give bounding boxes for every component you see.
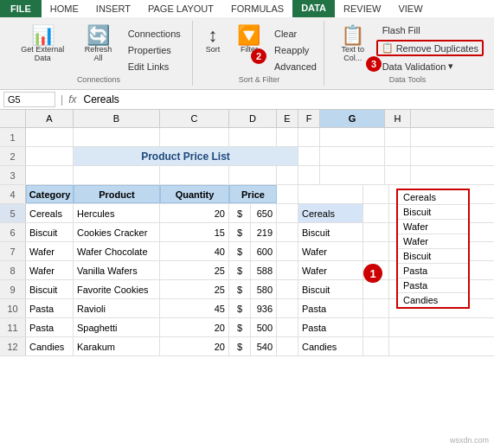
cell-a7[interactable]: Wafer xyxy=(26,242,74,260)
cell-e12[interactable]: 540 xyxy=(251,337,277,355)
cell-e7[interactable]: 600 xyxy=(251,242,277,260)
cell-a10[interactable]: Pasta xyxy=(26,299,74,317)
cell-e1[interactable] xyxy=(277,128,298,146)
cell-g10[interactable]: Pasta xyxy=(298,299,363,317)
cell-d1[interactable] xyxy=(229,128,277,146)
cell-g12[interactable]: Candies xyxy=(298,337,363,355)
cell-f7[interactable] xyxy=(277,242,298,260)
cell-d5[interactable]: $ xyxy=(229,204,251,222)
flash-fill-button[interactable]: Flash Fill xyxy=(376,22,484,38)
cell-b8[interactable]: Vanilla Wafers xyxy=(74,261,160,279)
cell-d6[interactable]: $ xyxy=(229,223,251,241)
cell-b12[interactable]: Karakum xyxy=(74,337,160,355)
cell-h7[interactable] xyxy=(363,242,389,260)
tab-home[interactable]: HOME xyxy=(42,0,87,17)
data-validation-button[interactable]: Data Validation ▾ xyxy=(376,58,484,74)
cell-c11[interactable]: 20 xyxy=(160,318,229,336)
cell-f10[interactable] xyxy=(277,299,298,317)
tab-review[interactable]: REVIEW xyxy=(335,0,389,17)
cell-e9[interactable]: 580 xyxy=(251,280,277,298)
cell-g5[interactable]: Cereals xyxy=(298,204,363,222)
tab-page-layout[interactable]: PAGE LAYOUT xyxy=(139,0,222,17)
cell-g6[interactable]: Biscuit xyxy=(298,223,363,241)
cell-g8[interactable]: Wafer xyxy=(298,261,363,279)
cell-h5[interactable] xyxy=(363,204,389,222)
cell-a3[interactable] xyxy=(26,166,74,184)
data-val-dropdown-icon[interactable]: ▾ xyxy=(448,61,453,72)
side-panel-item-5[interactable]: Pasta xyxy=(398,264,468,278)
cell-g3[interactable] xyxy=(320,166,385,184)
header-product[interactable]: Product xyxy=(74,185,160,203)
header-category[interactable]: Category xyxy=(26,185,74,203)
clear-button[interactable]: Clear xyxy=(268,26,323,42)
tab-view[interactable]: VIEW xyxy=(389,0,431,17)
cell-g9[interactable]: Biscuit xyxy=(298,280,363,298)
cell-d12[interactable]: $ xyxy=(229,337,251,355)
cell-h3[interactable] xyxy=(385,166,411,184)
cell-h11[interactable] xyxy=(363,318,389,336)
cell-f2[interactable] xyxy=(298,147,320,165)
cell-e6[interactable]: 219 xyxy=(251,223,277,241)
cell-a1[interactable] xyxy=(26,128,74,146)
cell-c5[interactable]: 20 xyxy=(160,204,229,222)
col-header-e[interactable]: E xyxy=(277,110,298,127)
col-header-b[interactable]: B xyxy=(74,110,160,127)
cell-f6[interactable] xyxy=(277,223,298,241)
formula-input[interactable] xyxy=(83,93,491,106)
cell-f8[interactable] xyxy=(277,261,298,279)
cell-b11[interactable]: Spaghetti xyxy=(74,318,160,336)
cell-c8[interactable]: 25 xyxy=(160,261,229,279)
cell-c9[interactable]: 25 xyxy=(160,280,229,298)
cell-b6[interactable]: Cookies Cracker xyxy=(74,223,160,241)
cell-g1[interactable] xyxy=(320,128,385,146)
sort-button[interactable]: ↕️ Sort xyxy=(196,22,230,57)
cell-h1[interactable] xyxy=(385,128,411,146)
cell-h10[interactable] xyxy=(363,299,389,317)
cell-a12[interactable]: Candies xyxy=(26,337,74,355)
cell-d8[interactable]: $ xyxy=(229,261,251,279)
side-panel-item-7[interactable]: Candies xyxy=(398,293,468,307)
cell-b3[interactable] xyxy=(74,166,160,184)
side-panel-item-3[interactable]: Wafer xyxy=(398,234,468,249)
cell-h4[interactable] xyxy=(363,185,389,203)
cell-g11[interactable]: Pasta xyxy=(298,318,363,336)
cell-h2[interactable] xyxy=(385,147,411,165)
cell-a6[interactable]: Biscuit xyxy=(26,223,74,241)
col-header-h[interactable]: H xyxy=(385,110,411,127)
col-header-d[interactable]: D xyxy=(229,110,277,127)
connections-btn[interactable]: Connections xyxy=(122,26,187,42)
cell-b7[interactable]: Wafer Chocolate xyxy=(74,242,160,260)
edit-links-btn[interactable]: Edit Links xyxy=(122,59,187,74)
cell-e10[interactable]: 936 xyxy=(251,299,277,317)
remove-duplicates-button[interactable]: 📋 Remove Duplicates xyxy=(376,40,484,56)
header-quantity[interactable]: Quantity xyxy=(160,185,229,203)
cell-h12[interactable] xyxy=(363,337,389,355)
cell-c7[interactable]: 40 xyxy=(160,242,229,260)
cell-e5[interactable]: 650 xyxy=(251,204,277,222)
properties-btn[interactable]: Properties xyxy=(122,42,187,58)
side-panel-item-6[interactable]: Pasta xyxy=(398,278,468,293)
cell-h6[interactable] xyxy=(363,223,389,241)
cell-f11[interactable] xyxy=(277,318,298,336)
col-header-f[interactable]: F xyxy=(298,110,320,127)
cell-d9[interactable]: $ xyxy=(229,280,251,298)
cell-e11[interactable]: 500 xyxy=(251,318,277,336)
cell-c12[interactable]: 20 xyxy=(160,337,229,355)
cell-b5[interactable]: Hercules xyxy=(74,204,160,222)
side-panel-item-0[interactable]: Cereals xyxy=(398,190,468,205)
cell-e3[interactable] xyxy=(277,166,298,184)
side-panel-item-1[interactable]: Biscuit xyxy=(398,205,468,220)
cell-f5[interactable] xyxy=(277,204,298,222)
cell-b9[interactable]: Favorite Cookies xyxy=(74,280,160,298)
cell-c6[interactable]: 15 xyxy=(160,223,229,241)
tab-insert[interactable]: INSERT xyxy=(87,0,139,17)
cell-c3[interactable] xyxy=(160,166,229,184)
cell-f1[interactable] xyxy=(298,128,320,146)
cell-g7[interactable]: Wafer xyxy=(298,242,363,260)
cell-b1[interactable] xyxy=(74,128,160,146)
side-panel-item-2[interactable]: Wafer xyxy=(398,220,468,234)
cell-b10[interactable]: Ravioli xyxy=(74,299,160,317)
side-panel-item-4[interactable]: Biscuit xyxy=(398,249,468,264)
cell-a9[interactable]: Biscuit xyxy=(26,280,74,298)
cell-ref-input[interactable] xyxy=(3,92,55,107)
